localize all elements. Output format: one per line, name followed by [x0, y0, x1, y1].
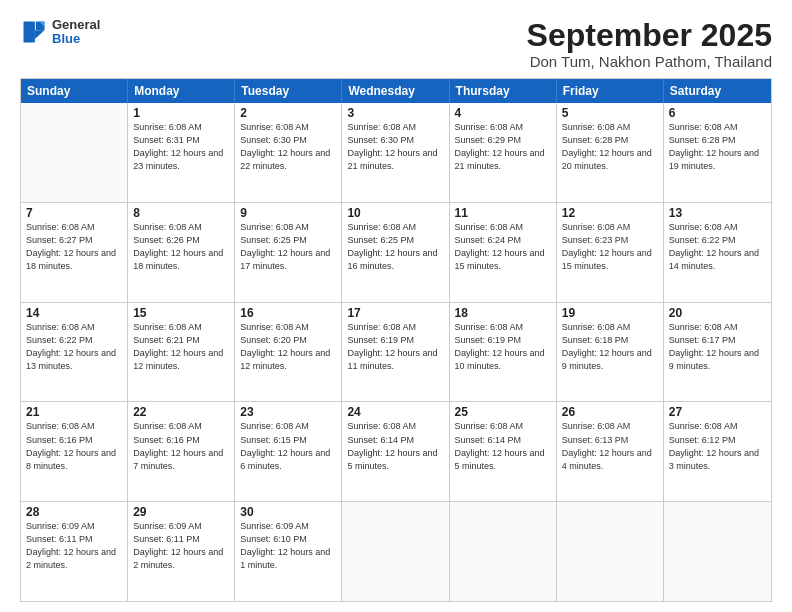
sun-info: Sunrise: 6:08 AM Sunset: 6:22 PM Dayligh…	[26, 321, 122, 373]
calendar-cell: 11Sunrise: 6:08 AM Sunset: 6:24 PM Dayli…	[450, 203, 557, 302]
title-block: September 2025 Don Tum, Nakhon Pathom, T…	[527, 18, 772, 70]
logo-icon	[20, 18, 48, 46]
calendar-body: 1Sunrise: 6:08 AM Sunset: 6:31 PM Daylig…	[21, 103, 771, 601]
calendar-cell: 5Sunrise: 6:08 AM Sunset: 6:28 PM Daylig…	[557, 103, 664, 202]
calendar-cell: 27Sunrise: 6:08 AM Sunset: 6:12 PM Dayli…	[664, 402, 771, 501]
calendar-cell: 10Sunrise: 6:08 AM Sunset: 6:25 PM Dayli…	[342, 203, 449, 302]
day-number: 25	[455, 405, 551, 419]
sun-info: Sunrise: 6:08 AM Sunset: 6:12 PM Dayligh…	[669, 420, 766, 472]
sun-info: Sunrise: 6:09 AM Sunset: 6:11 PM Dayligh…	[26, 520, 122, 572]
day-number: 20	[669, 306, 766, 320]
day-number: 21	[26, 405, 122, 419]
sun-info: Sunrise: 6:08 AM Sunset: 6:25 PM Dayligh…	[240, 221, 336, 273]
day-number: 3	[347, 106, 443, 120]
day-number: 12	[562, 206, 658, 220]
day-number: 13	[669, 206, 766, 220]
sun-info: Sunrise: 6:08 AM Sunset: 6:21 PM Dayligh…	[133, 321, 229, 373]
day-number: 26	[562, 405, 658, 419]
day-number: 15	[133, 306, 229, 320]
calendar-cell: 3Sunrise: 6:08 AM Sunset: 6:30 PM Daylig…	[342, 103, 449, 202]
calendar-cell: 17Sunrise: 6:08 AM Sunset: 6:19 PM Dayli…	[342, 303, 449, 402]
calendar-cell: 15Sunrise: 6:08 AM Sunset: 6:21 PM Dayli…	[128, 303, 235, 402]
day-number: 6	[669, 106, 766, 120]
calendar-cell	[450, 502, 557, 601]
sun-info: Sunrise: 6:08 AM Sunset: 6:17 PM Dayligh…	[669, 321, 766, 373]
day-number: 14	[26, 306, 122, 320]
sun-info: Sunrise: 6:08 AM Sunset: 6:19 PM Dayligh…	[455, 321, 551, 373]
header: General Blue September 2025 Don Tum, Nak…	[20, 18, 772, 70]
calendar-cell	[664, 502, 771, 601]
calendar-cell: 29Sunrise: 6:09 AM Sunset: 6:11 PM Dayli…	[128, 502, 235, 601]
subtitle: Don Tum, Nakhon Pathom, Thailand	[527, 53, 772, 70]
sun-info: Sunrise: 6:08 AM Sunset: 6:30 PM Dayligh…	[347, 121, 443, 173]
calendar: SundayMondayTuesdayWednesdayThursdayFrid…	[20, 78, 772, 602]
calendar-row: 1Sunrise: 6:08 AM Sunset: 6:31 PM Daylig…	[21, 103, 771, 203]
svg-marker-3	[35, 31, 45, 40]
day-number: 23	[240, 405, 336, 419]
sun-info: Sunrise: 6:08 AM Sunset: 6:30 PM Dayligh…	[240, 121, 336, 173]
day-number: 5	[562, 106, 658, 120]
logo-general-label: General	[52, 18, 100, 32]
sun-info: Sunrise: 6:08 AM Sunset: 6:28 PM Dayligh…	[562, 121, 658, 173]
calendar-row: 14Sunrise: 6:08 AM Sunset: 6:22 PM Dayli…	[21, 303, 771, 403]
sun-info: Sunrise: 6:08 AM Sunset: 6:15 PM Dayligh…	[240, 420, 336, 472]
calendar-cell: 12Sunrise: 6:08 AM Sunset: 6:23 PM Dayli…	[557, 203, 664, 302]
sun-info: Sunrise: 6:08 AM Sunset: 6:29 PM Dayligh…	[455, 121, 551, 173]
day-number: 4	[455, 106, 551, 120]
calendar-cell: 24Sunrise: 6:08 AM Sunset: 6:14 PM Dayli…	[342, 402, 449, 501]
day-number: 9	[240, 206, 336, 220]
day-number: 29	[133, 505, 229, 519]
calendar-day-header: Wednesday	[342, 79, 449, 103]
calendar-cell: 4Sunrise: 6:08 AM Sunset: 6:29 PM Daylig…	[450, 103, 557, 202]
sun-info: Sunrise: 6:08 AM Sunset: 6:23 PM Dayligh…	[562, 221, 658, 273]
calendar-day-header: Friday	[557, 79, 664, 103]
calendar-cell	[557, 502, 664, 601]
calendar-cell: 22Sunrise: 6:08 AM Sunset: 6:16 PM Dayli…	[128, 402, 235, 501]
day-number: 30	[240, 505, 336, 519]
logo-blue-label: Blue	[52, 32, 100, 46]
sun-info: Sunrise: 6:08 AM Sunset: 6:22 PM Dayligh…	[669, 221, 766, 273]
day-number: 11	[455, 206, 551, 220]
sun-info: Sunrise: 6:08 AM Sunset: 6:26 PM Dayligh…	[133, 221, 229, 273]
calendar-row: 28Sunrise: 6:09 AM Sunset: 6:11 PM Dayli…	[21, 502, 771, 601]
logo: General Blue	[20, 18, 100, 47]
sun-info: Sunrise: 6:09 AM Sunset: 6:10 PM Dayligh…	[240, 520, 336, 572]
sun-info: Sunrise: 6:08 AM Sunset: 6:18 PM Dayligh…	[562, 321, 658, 373]
sun-info: Sunrise: 6:08 AM Sunset: 6:31 PM Dayligh…	[133, 121, 229, 173]
calendar-cell: 25Sunrise: 6:08 AM Sunset: 6:14 PM Dayli…	[450, 402, 557, 501]
sun-info: Sunrise: 6:08 AM Sunset: 6:14 PM Dayligh…	[347, 420, 443, 472]
calendar-cell	[342, 502, 449, 601]
calendar-cell: 9Sunrise: 6:08 AM Sunset: 6:25 PM Daylig…	[235, 203, 342, 302]
day-number: 8	[133, 206, 229, 220]
sun-info: Sunrise: 6:08 AM Sunset: 6:13 PM Dayligh…	[562, 420, 658, 472]
sun-info: Sunrise: 6:08 AM Sunset: 6:24 PM Dayligh…	[455, 221, 551, 273]
calendar-cell: 8Sunrise: 6:08 AM Sunset: 6:26 PM Daylig…	[128, 203, 235, 302]
day-number: 16	[240, 306, 336, 320]
calendar-cell: 6Sunrise: 6:08 AM Sunset: 6:28 PM Daylig…	[664, 103, 771, 202]
day-number: 24	[347, 405, 443, 419]
sun-info: Sunrise: 6:08 AM Sunset: 6:25 PM Dayligh…	[347, 221, 443, 273]
calendar-cell: 20Sunrise: 6:08 AM Sunset: 6:17 PM Dayli…	[664, 303, 771, 402]
day-number: 19	[562, 306, 658, 320]
day-number: 28	[26, 505, 122, 519]
day-number: 18	[455, 306, 551, 320]
day-number: 10	[347, 206, 443, 220]
day-number: 2	[240, 106, 336, 120]
calendar-row: 7Sunrise: 6:08 AM Sunset: 6:27 PM Daylig…	[21, 203, 771, 303]
sun-info: Sunrise: 6:09 AM Sunset: 6:11 PM Dayligh…	[133, 520, 229, 572]
calendar-row: 21Sunrise: 6:08 AM Sunset: 6:16 PM Dayli…	[21, 402, 771, 502]
day-number: 1	[133, 106, 229, 120]
calendar-cell: 2Sunrise: 6:08 AM Sunset: 6:30 PM Daylig…	[235, 103, 342, 202]
logo-text: General Blue	[52, 18, 100, 47]
calendar-cell: 19Sunrise: 6:08 AM Sunset: 6:18 PM Dayli…	[557, 303, 664, 402]
calendar-day-header: Monday	[128, 79, 235, 103]
calendar-cell	[21, 103, 128, 202]
svg-rect-2	[24, 22, 35, 43]
calendar-cell: 1Sunrise: 6:08 AM Sunset: 6:31 PM Daylig…	[128, 103, 235, 202]
calendar-day-header: Tuesday	[235, 79, 342, 103]
calendar-day-header: Sunday	[21, 79, 128, 103]
sun-info: Sunrise: 6:08 AM Sunset: 6:27 PM Dayligh…	[26, 221, 122, 273]
calendar-day-header: Saturday	[664, 79, 771, 103]
sun-info: Sunrise: 6:08 AM Sunset: 6:16 PM Dayligh…	[26, 420, 122, 472]
day-number: 27	[669, 405, 766, 419]
